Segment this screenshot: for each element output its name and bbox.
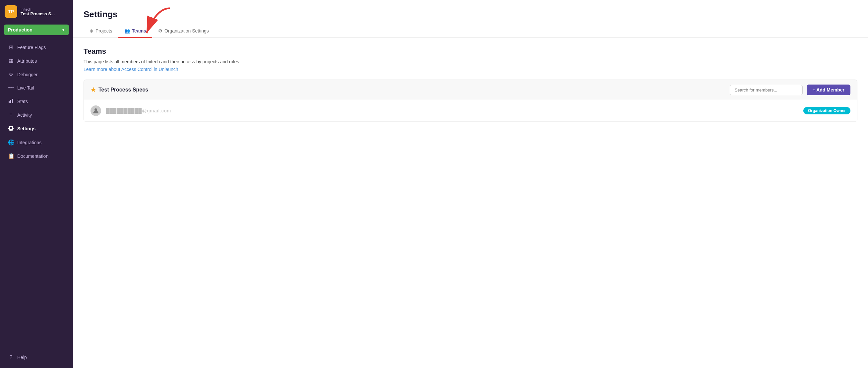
star-icon: ★ <box>91 86 96 93</box>
tab-teams-label: Teams <box>132 28 146 33</box>
documentation-icon: 📋 <box>8 153 14 159</box>
org-sub-label: Initech <box>21 7 55 11</box>
org-info: Initech Test Process S... <box>21 7 55 16</box>
env-label: Production <box>8 27 32 32</box>
sidebar-item-activity[interactable]: ≡ Activity <box>2 109 71 121</box>
chevron-down-icon: ▼ <box>62 28 65 32</box>
member-avatar <box>91 105 101 116</box>
tab-projects[interactable]: ⊕ Projects <box>84 25 118 38</box>
team-card-actions: + Add Member <box>730 85 850 95</box>
sidebar-item-feature-flags[interactable]: ⊞ Feature Flags <box>2 41 71 54</box>
tabs: ⊕ Projects 👥 Teams ⚙ Organization Settin… <box>84 25 858 37</box>
svg-point-4 <box>94 109 97 111</box>
tab-org-settings-label: Organization Settings <box>164 28 209 33</box>
sidebar-item-label: Debugger <box>17 72 38 77</box>
teams-section-title: Teams <box>84 47 858 56</box>
teams-tab-icon: 👥 <box>124 28 130 33</box>
search-members-input[interactable] <box>730 85 803 95</box>
tab-teams[interactable]: 👥 Teams <box>118 25 152 38</box>
avatar: TP <box>5 5 17 18</box>
live-tail-icon: 〰 <box>8 85 14 91</box>
sidebar-item-integrations[interactable]: 🌐 Integrations <box>2 136 71 149</box>
page-title: Settings <box>84 9 858 20</box>
svg-rect-1 <box>10 100 11 103</box>
team-card-header: ★ Test Process Specs + Add Member <box>84 80 857 100</box>
sidebar-item-stats[interactable]: Stats <box>2 95 71 108</box>
debugger-icon: ⚙ <box>8 71 14 78</box>
sidebar-item-live-tail[interactable]: 〰 Live Tail <box>2 82 71 94</box>
sidebar-item-label: Live Tail <box>17 85 34 91</box>
page-header: Settings ⊕ Projects 👥 Teams ⚙ Organizati… <box>73 0 868 38</box>
member-role-badge: Organization Owner <box>803 107 850 114</box>
sidebar-header: TP Initech Test Process S... <box>0 0 73 23</box>
svg-rect-2 <box>12 99 13 103</box>
feature-flags-icon: ⊞ <box>8 44 14 51</box>
org-name-label: Test Process S... <box>21 11 55 16</box>
sidebar-item-help[interactable]: ? Help <box>2 351 71 364</box>
sidebar-item-debugger[interactable]: ⚙ Debugger <box>2 68 71 81</box>
help-icon: ? <box>8 355 14 360</box>
sidebar-item-label: Settings <box>17 126 35 131</box>
stats-icon <box>8 98 14 105</box>
team-name: ★ Test Process Specs <box>91 86 148 93</box>
tab-org-settings[interactable]: ⚙ Organization Settings <box>152 25 215 38</box>
member-email: ██████████@gmail.com <box>106 108 799 113</box>
sidebar-item-label: Help <box>17 355 27 360</box>
team-card: ★ Test Process Specs + Add Member ██████… <box>84 80 858 122</box>
integrations-icon: 🌐 <box>8 139 14 146</box>
sidebar-item-label: Stats <box>17 99 28 104</box>
sidebar: TP Initech Test Process S... Production … <box>0 0 73 368</box>
sidebar-item-label: Activity <box>17 113 32 118</box>
content-area: Teams This page lists all members of Ini… <box>73 38 868 368</box>
org-settings-tab-icon: ⚙ <box>158 28 162 33</box>
sidebar-item-label: Documentation <box>17 153 49 159</box>
add-member-button[interactable]: + Add Member <box>807 85 850 95</box>
svg-rect-0 <box>9 101 10 103</box>
activity-icon: ≡ <box>8 112 14 118</box>
team-name-label: Test Process Specs <box>98 87 148 93</box>
teams-section-desc: This page lists all members of Initech a… <box>84 59 858 64</box>
learn-more-link[interactable]: Learn more about Access Control in Unlau… <box>84 67 178 72</box>
settings-icon <box>8 125 14 132</box>
projects-tab-icon: ⊕ <box>90 28 93 33</box>
sidebar-item-label: Integrations <box>17 140 41 145</box>
environment-selector[interactable]: Production ▼ <box>4 25 69 35</box>
main-content: Settings ⊕ Projects 👥 Teams ⚙ Organizati… <box>73 0 868 368</box>
tab-projects-label: Projects <box>95 28 113 33</box>
table-row: ██████████@gmail.com Organization Owner <box>84 100 857 122</box>
attributes-icon: ▦ <box>8 58 14 64</box>
sidebar-item-attributes[interactable]: ▦ Attributes <box>2 54 71 67</box>
sidebar-item-documentation[interactable]: 📋 Documentation <box>2 150 71 162</box>
sidebar-item-settings[interactable]: Settings <box>2 122 71 135</box>
sidebar-item-label: Attributes <box>17 58 37 64</box>
sidebar-item-label: Feature Flags <box>17 45 46 50</box>
